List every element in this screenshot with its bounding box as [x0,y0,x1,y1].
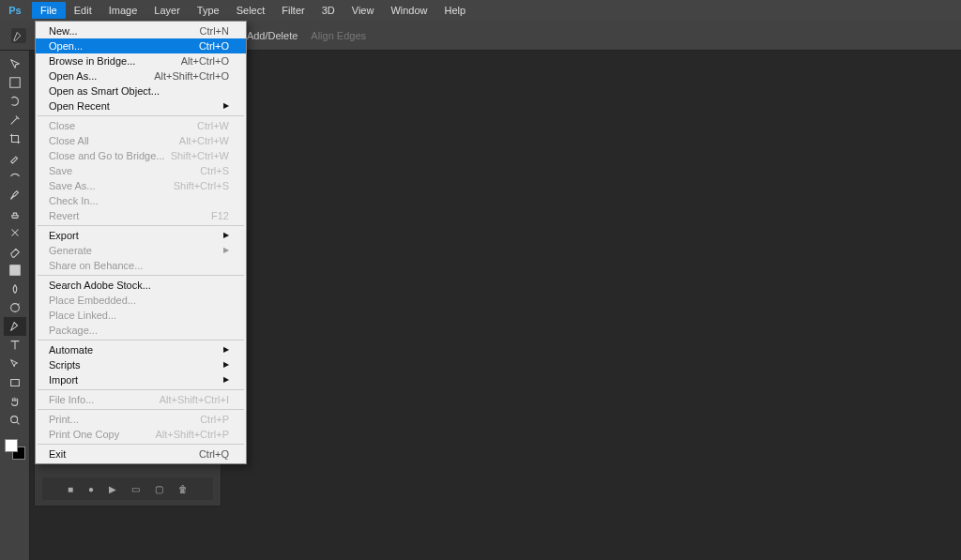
menu-image[interactable]: Image [100,2,146,19]
marquee-tool[interactable] [4,73,26,92]
move-tool[interactable] [4,54,26,73]
brush-tool[interactable] [4,186,26,204]
file-menu-export[interactable]: Export▶ [36,228,246,243]
panel-footer: ■ ● ▶ ▭ ▢ 🗑 [42,477,213,500]
menu-type[interactable]: Type [189,2,228,19]
menu-3d[interactable]: 3D [313,2,343,19]
file-menu-exit[interactable]: ExitCtrl+Q [36,446,246,462]
menu-separator [38,340,244,341]
history-brush-tool[interactable] [4,223,26,242]
folder-icon[interactable]: ▭ [131,484,140,494]
pen-tool-icon[interactable] [11,28,26,43]
file-menu-open[interactable]: Open...Ctrl+O [36,38,246,53]
menu-separator [38,115,244,116]
file-menu-save: SaveCtrl+S [36,163,246,178]
menu-view[interactable]: View [343,2,383,19]
zoom-tool[interactable] [4,411,26,430]
new-icon[interactable]: ▢ [155,484,163,494]
file-menu-open-as-smart-object[interactable]: Open as Smart Object... [36,83,246,98]
file-menu-open-as[interactable]: Open As...Alt+Shift+Ctrl+O [36,68,246,83]
dodge-tool[interactable] [4,298,26,317]
file-menu-open-recent[interactable]: Open Recent▶ [36,98,246,114]
blur-tool[interactable] [4,280,26,298]
submenu-arrow-icon: ▶ [223,357,229,372]
eyedropper-tool[interactable] [4,148,26,167]
menu-filter[interactable]: Filter [273,2,313,19]
submenu-arrow-icon: ▶ [223,243,229,258]
file-menu-dropdown: New...Ctrl+NOpen...Ctrl+OBrowse in Bridg… [35,21,247,464]
file-menu-browse-in-bridge[interactable]: Browse in Bridge...Alt+Ctrl+O [36,53,246,68]
file-menu-revert: RevertF12 [36,208,246,223]
menu-separator [38,444,244,445]
file-menu-close-all: Close AllAlt+Ctrl+W [36,133,246,148]
crop-tool[interactable] [4,129,26,148]
file-menu-print: Print...Ctrl+P [36,412,246,427]
pen-tool[interactable] [4,317,26,336]
path-selection-tool[interactable] [4,355,26,373]
file-menu-close-and-go-to-bridge: Close and Go to Bridge...Shift+Ctrl+W [36,148,246,163]
menu-separator [38,275,244,276]
file-menu-check-in: Check In... [36,193,246,208]
menu-separator [38,225,244,226]
toolbox [0,51,30,560]
menu-select[interactable]: Select [228,2,274,19]
submenu-arrow-icon: ▶ [223,228,229,243]
stop-icon[interactable]: ■ [68,484,73,494]
file-menu-import[interactable]: Import▶ [36,372,246,387]
file-menu-automate[interactable]: Automate▶ [36,342,246,357]
record-icon[interactable]: ● [88,484,94,494]
menu-help[interactable]: Help [436,2,475,19]
menubar: Ps FileEditImageLayerTypeSelectFilter3DV… [0,0,961,21]
magic-wand-tool[interactable] [4,111,26,129]
app-logo: Ps [6,1,24,20]
file-menu-scripts[interactable]: Scripts▶ [36,357,246,372]
menu-edit[interactable]: Edit [66,2,100,19]
hand-tool[interactable] [4,392,26,411]
file-menu-place-embedded: Place Embedded... [36,293,246,308]
trash-icon[interactable]: 🗑 [178,484,188,494]
gradient-tool[interactable] [4,261,26,280]
menu-file[interactable]: File [32,2,66,19]
align-edges-label[interactable]: Align Edges [311,30,366,41]
menu-window[interactable]: Window [382,2,435,19]
file-menu-new[interactable]: New...Ctrl+N [36,23,246,38]
file-menu-generate: Generate▶ [36,243,246,258]
file-menu-search-adobe-stock[interactable]: Search Adobe Stock... [36,278,246,293]
submenu-arrow-icon: ▶ [223,372,229,387]
foreground-color-swatch[interactable] [5,439,18,452]
healing-brush-tool[interactable] [4,167,26,186]
submenu-arrow-icon: ▶ [223,98,229,114]
rectangle-tool[interactable] [4,373,26,392]
file-menu-package: Package... [36,323,246,338]
play-icon[interactable]: ▶ [109,484,116,494]
eraser-tool[interactable] [4,242,26,261]
file-menu-close: CloseCtrl+W [36,118,246,133]
file-menu-print-one-copy: Print One CopyAlt+Shift+Ctrl+P [36,427,246,442]
clone-stamp-tool[interactable] [4,204,26,223]
type-tool[interactable] [4,336,26,355]
color-swatches[interactable] [5,439,25,460]
file-menu-place-linked: Place Linked... [36,308,246,323]
menu-layer[interactable]: Layer [145,2,189,19]
menu-separator [38,389,244,390]
menu-separator [38,409,244,410]
file-menu-share-on-behance: Share on Behance... [36,258,246,273]
file-menu-save-as: Save As...Shift+Ctrl+S [36,178,246,193]
file-menu-file-info: File Info...Alt+Shift+Ctrl+I [36,392,246,407]
lasso-tool[interactable] [4,92,26,111]
submenu-arrow-icon: ▶ [223,342,229,357]
